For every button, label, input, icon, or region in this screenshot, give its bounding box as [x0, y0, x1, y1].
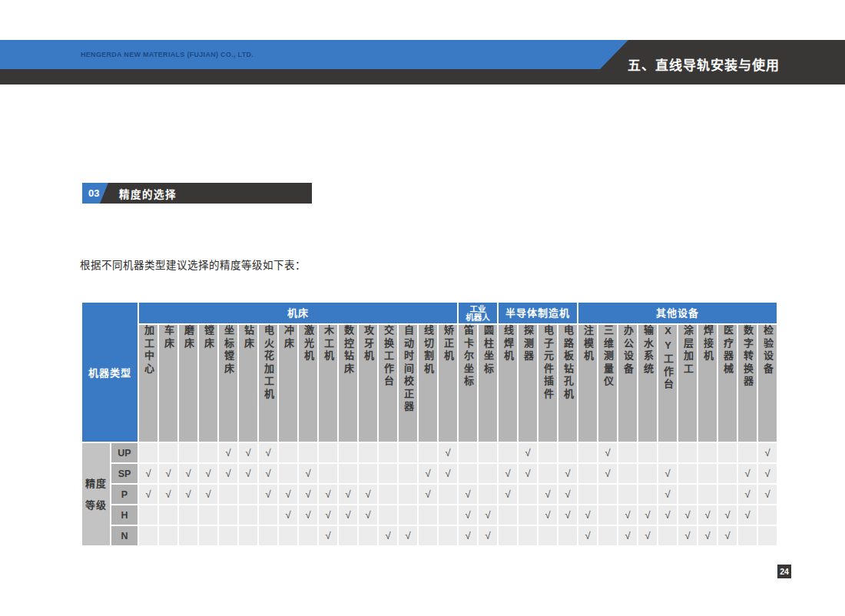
section-title: 精度的选择: [119, 186, 177, 201]
empty-cell: [738, 443, 757, 462]
check-cell: √: [698, 505, 717, 525]
section-number: 03: [88, 187, 99, 199]
empty-cell: [678, 464, 697, 483]
check-cell: √: [279, 485, 297, 504]
check-cell: √: [459, 505, 477, 525]
check-cell: √: [638, 505, 657, 525]
empty-cell: [199, 505, 217, 525]
check-cell: √: [219, 443, 237, 462]
check-cell: √: [239, 464, 257, 483]
empty-cell: [698, 485, 717, 504]
check-cell: √: [658, 505, 677, 525]
column-group-header: 其他设备: [578, 303, 777, 323]
empty-cell: [578, 485, 597, 504]
empty-cell: [439, 505, 457, 525]
empty-cell: [678, 443, 697, 462]
column-header: 焊接机: [698, 325, 717, 442]
empty-cell: [459, 443, 477, 462]
check-cell: √: [279, 505, 297, 525]
empty-cell: [638, 443, 657, 462]
empty-cell: [658, 526, 677, 545]
empty-cell: [678, 485, 697, 504]
column-header: 钻床: [239, 325, 257, 442]
empty-cell: [259, 526, 277, 545]
check-cell: √: [159, 485, 177, 504]
column-header: 镗床: [199, 325, 217, 442]
check-cell: √: [538, 485, 557, 504]
column-header: 医疗器械: [718, 325, 737, 442]
empty-cell: [139, 505, 157, 525]
check-cell: √: [379, 526, 397, 545]
grade-label: UP: [111, 443, 138, 462]
check-cell: √: [359, 485, 377, 504]
column-header: XY工作台: [658, 325, 677, 442]
check-cell: √: [199, 464, 217, 483]
check-cell: √: [618, 526, 637, 545]
column-header: 电火花加工机: [259, 325, 277, 442]
empty-cell: [159, 443, 177, 462]
check-cell: √: [459, 485, 477, 504]
empty-cell: [359, 464, 377, 483]
column-header: 坐标镗床: [219, 325, 237, 442]
check-cell: √: [698, 526, 717, 545]
check-cell: √: [758, 485, 777, 504]
empty-cell: [259, 505, 277, 525]
check-cell: √: [259, 443, 277, 462]
table-body: 精度等级UP√√√√√√√SP√√√√√√√√√√√√√√√√√P√√√√√√√…: [82, 443, 777, 545]
empty-cell: [239, 505, 257, 525]
empty-cell: [578, 443, 597, 462]
check-cell: √: [479, 505, 497, 525]
column-header: 数字转换器: [738, 325, 757, 442]
empty-cell: [399, 443, 417, 462]
check-cell: √: [598, 464, 617, 483]
precision-table: 机器类型机床工业机器人半导体制造机其他设备 加工中心车床磨床镗床坐标镗床钻床电火…: [81, 301, 778, 547]
empty-cell: [578, 464, 597, 483]
group-header-row: 机器类型机床工业机器人半导体制造机其他设备: [82, 303, 777, 323]
empty-cell: [499, 443, 517, 462]
empty-cell: [538, 464, 557, 483]
empty-cell: [239, 526, 257, 545]
column-header: 矫正机: [439, 325, 457, 442]
column-header: 交换工作台: [379, 325, 397, 442]
empty-cell: [399, 485, 417, 504]
empty-cell: [159, 526, 177, 545]
check-cell: √: [139, 485, 157, 504]
empty-cell: [439, 485, 457, 504]
check-cell: √: [299, 505, 317, 525]
column-header: 电路板钻孔机: [558, 325, 577, 442]
check-cell: √: [299, 485, 317, 504]
check-cell: √: [359, 505, 377, 525]
empty-cell: [499, 505, 517, 525]
empty-cell: [319, 464, 337, 483]
check-cell: √: [578, 505, 597, 525]
page-header-bar: HENGERDA NEW MATERIALS (FUJIAN) CO., LTD…: [0, 40, 845, 84]
empty-cell: [618, 485, 637, 504]
check-cell: √: [538, 505, 557, 525]
empty-cell: [638, 485, 657, 504]
column-header: 数控钻床: [339, 325, 357, 442]
column-header: 木工机: [319, 325, 337, 442]
empty-cell: [519, 526, 537, 545]
empty-cell: [718, 485, 737, 504]
grade-label: N: [111, 526, 138, 545]
check-cell: √: [738, 464, 757, 483]
empty-cell: [279, 526, 297, 545]
check-cell: √: [319, 526, 337, 545]
empty-cell: [399, 505, 417, 525]
check-cell: √: [758, 464, 777, 483]
check-cell: √: [658, 464, 677, 483]
check-cell: √: [479, 526, 497, 545]
column-header: 车床: [159, 325, 177, 442]
column-group-header: 机床: [139, 303, 457, 323]
empty-cell: [598, 526, 617, 545]
intro-text: 根据不同机器类型建议选择的精度等级如下表：: [80, 257, 306, 272]
column-header: 自动时间校正器: [399, 325, 417, 442]
column-header: 攻牙机: [359, 325, 377, 442]
check-cell: √: [678, 526, 697, 545]
grade-row: SP√√√√√√√√√√√√√√√√√: [82, 464, 777, 483]
row-group-label: 精度等级: [82, 443, 110, 545]
check-cell: √: [419, 464, 437, 483]
column-header: 注模机: [578, 325, 597, 442]
empty-cell: [179, 526, 197, 545]
check-cell: √: [718, 526, 737, 545]
